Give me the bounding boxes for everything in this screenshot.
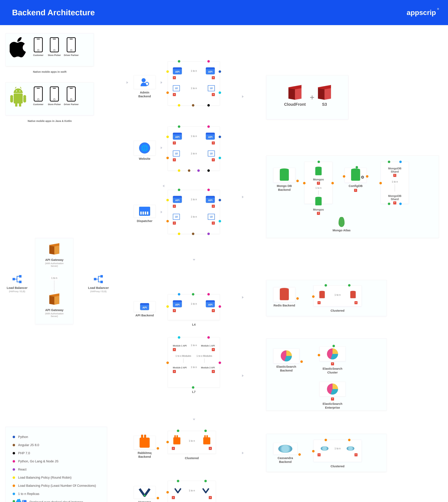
rabbit-cluster: 1 to n ++	[168, 431, 216, 454]
server-icon	[22, 500, 27, 502]
redis-backend-node: Redis Backend	[273, 287, 295, 307]
l7-cluster: Module 1 API1 to nModule 1 API ++ 1 to x…	[168, 337, 220, 388]
page-title: Backend Architecture	[12, 8, 95, 17]
s3-icon	[317, 86, 332, 102]
lb-left: Load Balancer(HAProxy / ELB)	[6, 274, 28, 293]
dashboard-icon	[139, 207, 150, 216]
phone-icon	[50, 37, 59, 52]
l4-cluster: API1 to nAPI ++	[168, 294, 220, 320]
aws-gateway-icon	[48, 294, 60, 306]
arrow-icon	[161, 147, 162, 149]
rabbit-node: Rabbitmq Backend	[134, 436, 156, 458]
phone-icon	[67, 37, 76, 52]
android-picker-app: Store Picker	[48, 86, 61, 106]
svg-rect-14	[94, 278, 96, 280]
plus-sign: +	[310, 93, 314, 102]
legend-multi-lang: Python, Go Lang & Node JS	[18, 459, 58, 463]
es-card: ElasticSearch Backend + ElasticSearch Cl…	[266, 338, 387, 411]
arrow-icon	[193, 259, 195, 261]
svg-rect-5	[15, 103, 17, 107]
module2-a: Module 2 API	[173, 366, 187, 369]
legend-react: React	[18, 468, 27, 471]
module1-b: Module 1 API	[201, 345, 215, 347]
legend-angular: Angular JS 8.0	[18, 443, 39, 447]
svg-point-10	[19, 91, 20, 92]
es-enterprise-node: + ElasticSearch Enterprise	[320, 382, 346, 409]
svg-point-9	[16, 91, 17, 92]
svg-rect-15	[100, 275, 103, 278]
legend-lc: Load Balancing Policy (Least Number Of C…	[18, 484, 96, 487]
database-icon	[280, 170, 289, 181]
admin-icon	[140, 77, 150, 87]
api-gateway-top: API Gateway(With Authorisation Server)	[44, 244, 64, 267]
l7-label: L7	[168, 389, 220, 394]
arrow-icon	[161, 211, 162, 213]
legend-php: PHP 7.0	[18, 451, 30, 455]
api-backend-node: API API Backend	[134, 301, 156, 317]
redis-icon	[280, 289, 289, 300]
es-backend-node: ElasticSearch Backend	[273, 348, 299, 372]
header: Backend Architecture appscrip	[0, 0, 448, 25]
brand-logo: appscrip	[407, 9, 436, 16]
android-apps-card: Customer Store Picker Driver Partner	[5, 82, 94, 115]
mongos-cluster: Mongos+ 1 to n Mongos+	[304, 162, 333, 204]
arrow-icon	[242, 296, 244, 298]
cassandra-card: Cassandra Backend 1 to n ++ Clustered	[266, 434, 387, 472]
arrow-icon	[127, 81, 128, 84]
range-label: 1 to n	[50, 276, 58, 280]
lb-right: Load Balancer(HAProxy / ELB)	[87, 274, 110, 293]
api-icon: API	[140, 303, 149, 310]
cloud-icon	[16, 500, 21, 502]
android-icon	[10, 86, 27, 107]
svg-rect-6	[19, 103, 21, 107]
svg-point-17	[142, 78, 146, 82]
redis-cluster: 1 to n ++	[313, 285, 362, 306]
website-node: 🌐 Website	[134, 141, 156, 161]
api-gateway-bottom: API Gateway(With Authorisation Server)	[44, 294, 64, 318]
diagram-canvas: Customer Store Picker Driver Partner Nat…	[0, 25, 448, 502]
ios-customer-app: Customer	[32, 37, 45, 57]
arrow-icon	[242, 196, 244, 198]
legend: Python Angular JS 8.0 PHP 7.0 Python, Go…	[5, 427, 107, 502]
arrow-icon	[163, 185, 164, 187]
legend-replicas: 1 to n Replicas	[18, 492, 39, 496]
cassandra-backend-node: Cassandra Backend	[273, 443, 297, 464]
load-balancer-icon	[12, 274, 22, 284]
phone-icon	[50, 86, 59, 101]
load-balancer-icon	[93, 274, 103, 284]
s3-node: S3	[319, 88, 331, 107]
elasticsearch-icon	[327, 348, 338, 360]
configdb-node: ⚙ ConfigDB +	[345, 168, 367, 192]
arrow-icon	[242, 95, 244, 98]
elasticsearch-icon	[327, 384, 338, 394]
legend-docker: Deployed over docker/ cloud instance	[30, 500, 83, 502]
dispatcher-cluster: API1 to nAPI ++ UI1 to nUI ++	[168, 190, 220, 234]
verne-cluster: 1 to n ++	[168, 481, 216, 502]
arrow-icon	[242, 452, 244, 454]
cloudfront-node: CloudFront	[284, 88, 306, 107]
svg-rect-4	[14, 94, 23, 104]
rabbitmq-icon	[140, 438, 150, 448]
svg-rect-12	[19, 275, 21, 278]
svg-rect-2	[10, 96, 13, 103]
arrow-icon	[242, 375, 244, 377]
ios-driver-app: Driver Partner	[64, 37, 79, 57]
android-driver-app: Driver Partner	[64, 86, 79, 106]
ios-picker-app: Store Picker	[48, 37, 61, 57]
legend-rr: Load Balancing Policy (Round Robin)	[18, 476, 71, 479]
apple-icon	[10, 37, 27, 57]
mongo-backend-node: Mongo DB Backend	[273, 168, 295, 191]
svg-line-7	[15, 87, 16, 88]
module2-b: Module 2 API	[201, 366, 215, 369]
api-gateway-card: API Gateway(With Authorisation Server) 1…	[35, 238, 73, 324]
l4-label: L4	[168, 321, 220, 327]
globe-icon: 🌐	[139, 142, 150, 154]
cloudfront-s3-card: CloudFront + S3	[266, 75, 349, 120]
website-cluster: API1 to nAPI ++ UI1 to nUI ++	[168, 126, 220, 171]
cassandra-icon	[278, 445, 292, 453]
phone-icon	[34, 86, 43, 101]
ios-caption: Native mobile apps in swift	[5, 70, 94, 73]
redis-card: Redis Backend 1 to n ++ Clustered	[266, 280, 387, 316]
legend-python: Python	[18, 435, 28, 439]
android-customer-app: Customer	[32, 86, 45, 106]
